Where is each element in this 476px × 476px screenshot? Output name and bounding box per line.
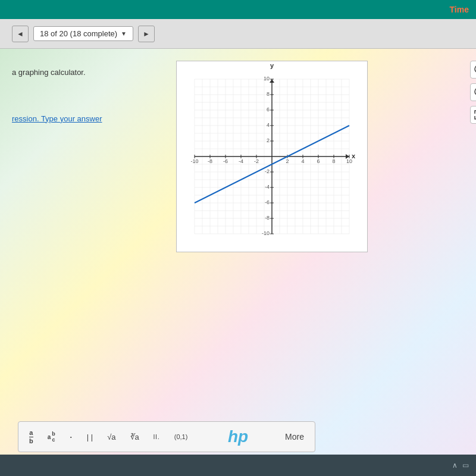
zoom-in-icon	[474, 64, 476, 75]
zoom-out-button[interactable]	[470, 83, 476, 101]
nav-bar: ◄ 18 of 20 (18 complete) ▼ ►	[0, 19, 476, 49]
dots-button[interactable]: ll.	[150, 431, 164, 443]
answer-label[interactable]: ression. Type your answer	[12, 114, 167, 123]
hp-logo: hp	[228, 427, 248, 446]
mixed-number-icon: abc	[48, 431, 55, 443]
cbrt-button[interactable]: ∛a	[127, 430, 143, 444]
top-bar: Time	[0, 0, 476, 19]
fraction-icon: ab	[29, 429, 33, 444]
next-button[interactable]: ►	[138, 26, 155, 42]
hp-logo-area: hp	[202, 419, 274, 455]
fraction-button[interactable]: ab	[26, 427, 37, 447]
cbrt-icon: ∛a	[130, 433, 139, 441]
expand-button[interactable]	[470, 106, 476, 124]
taskbar: ∧ ▭	[0, 455, 476, 476]
zoom-in-button[interactable]	[470, 61, 476, 79]
sqrt-button[interactable]: √a	[104, 430, 119, 444]
graph-wrapper	[176, 61, 367, 251]
prev-button[interactable]: ◄	[12, 26, 29, 42]
abs-icon: | |	[87, 433, 93, 441]
mixed-number-button[interactable]: abc	[44, 428, 59, 445]
graph-controls	[470, 61, 476, 124]
graph-canvas[interactable]	[176, 61, 368, 252]
point-button[interactable]: (0,1)	[171, 431, 192, 443]
point-icon: (0,1)	[174, 433, 188, 440]
sqrt-icon: √a	[107, 433, 115, 441]
dot-icon: ·	[70, 431, 73, 443]
expand-icon	[474, 109, 476, 120]
dropdown-icon: ▼	[121, 30, 127, 37]
dots-icon: ll.	[154, 433, 160, 440]
abs-button[interactable]: | |	[83, 430, 96, 444]
instruction-text: a graphing calculator.	[12, 67, 167, 79]
dot-button[interactable]: ·	[66, 428, 76, 446]
nav-progress[interactable]: 18 of 20 (18 complete) ▼	[33, 26, 133, 41]
main-content: a graphing calculator. ression. Type you…	[0, 49, 476, 251]
graph-container	[176, 61, 464, 251]
timer-label: Time	[450, 5, 469, 14]
taskbar-icon-1: ∧	[452, 461, 458, 469]
screen: Time ◄ 18 of 20 (18 complete) ▼ ► a grap…	[0, 0, 476, 476]
progress-text: 18 of 20 (18 complete)	[40, 29, 117, 38]
taskbar-icon-2: ▭	[462, 461, 469, 469]
zoom-out-icon	[474, 87, 476, 98]
more-button[interactable]: More	[281, 430, 308, 444]
left-panel: a graphing calculator. ression. Type you…	[12, 61, 167, 251]
